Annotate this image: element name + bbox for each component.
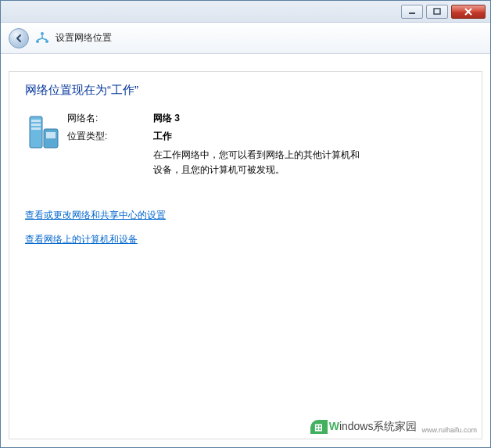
maximize-icon	[433, 8, 441, 16]
close-button[interactable]	[451, 5, 486, 19]
back-button[interactable]	[9, 28, 29, 48]
svg-rect-15	[46, 132, 56, 138]
svg-rect-12	[31, 124, 41, 126]
location-description: 在工作网络中，您可以看到网络上的其他计算机和设备，且您的计算机可被发现。	[67, 148, 364, 177]
minimize-icon	[408, 8, 416, 16]
svg-point-6	[45, 40, 48, 43]
page-title: 网络位置现在为“工作”	[25, 83, 466, 98]
location-type-label: 位置类型:	[67, 130, 153, 143]
network-icon	[35, 31, 49, 45]
titlebar	[1, 1, 490, 23]
minimize-button[interactable]	[401, 5, 423, 19]
dialog-window: 设置网络位置 网络位置现在为“工作” 网络名:	[0, 0, 491, 448]
watermark: ⊞ Windows系统家园 www.ruihaifu.com	[310, 420, 477, 434]
links-section: 查看或更改网络和共享中心的设置 查看网络上的计算机和设备	[25, 209, 466, 257]
link-view-network-devices[interactable]: 查看网络上的计算机和设备	[25, 233, 138, 246]
watermark-url: www.ruihaifu.com	[421, 426, 477, 434]
fields-block: 网络名: 网络 3 位置类型: 工作 在工作网络中，您可以看到网络上的其他计算机…	[67, 112, 466, 177]
back-arrow-icon	[13, 33, 24, 44]
svg-rect-1	[434, 9, 440, 14]
svg-rect-13	[31, 127, 41, 130]
watermark-rest: indows系统家园	[339, 420, 418, 432]
close-icon	[464, 8, 473, 16]
watermark-text: Windows系统家园	[329, 420, 418, 434]
maximize-button[interactable]	[426, 5, 448, 19]
header-bar: 设置网络位置	[1, 23, 490, 54]
watermark-prefix: W	[329, 420, 339, 432]
svg-line-8	[38, 38, 42, 40]
header-title: 设置网络位置	[56, 31, 112, 45]
field-network-name: 网络名: 网络 3	[67, 112, 466, 125]
network-name-value: 网络 3	[153, 112, 180, 125]
svg-line-9	[42, 38, 47, 40]
location-type-value: 工作	[153, 130, 172, 143]
main-panel: 网络位置现在为“工作” 网络名: 网络 3	[9, 71, 482, 439]
server-icon	[25, 112, 67, 177]
svg-rect-11	[31, 120, 41, 122]
svg-point-5	[36, 40, 39, 43]
link-network-sharing-center[interactable]: 查看或更改网络和共享中心的设置	[25, 209, 166, 222]
network-name-label: 网络名:	[67, 112, 153, 125]
info-section: 网络名: 网络 3 位置类型: 工作 在工作网络中，您可以看到网络上的其他计算机…	[25, 112, 466, 177]
svg-point-4	[41, 32, 44, 35]
watermark-flag-icon: ⊞	[310, 420, 328, 434]
content-area: 网络位置现在为“工作” 网络名: 网络 3	[1, 54, 490, 447]
field-location-type: 位置类型: 工作	[67, 130, 466, 143]
